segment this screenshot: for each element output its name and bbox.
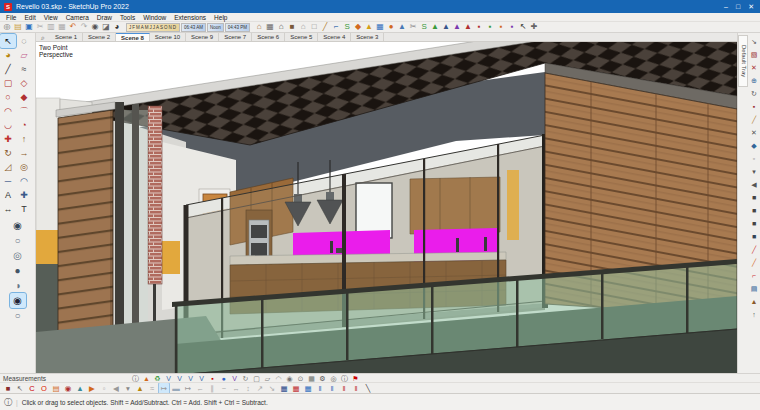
- lens-icon[interactable]: ◉: [285, 374, 294, 383]
- dot-red-icon[interactable]: ▪: [208, 374, 217, 383]
- pie-tool-icon[interactable]: ◔: [16, 118, 32, 132]
- help-icon[interactable]: ⓘ: [340, 374, 349, 383]
- redo-icon[interactable]: ↷: [79, 22, 89, 32]
- protractor-tool-icon[interactable]: ◠: [16, 174, 32, 188]
- box-outline-icon[interactable]: □: [309, 22, 319, 32]
- circle-tool-icon[interactable]: ○: [0, 90, 16, 104]
- drop-orange-icon[interactable]: ●: [386, 22, 396, 32]
- pencil-slash-icon[interactable]: ╱: [748, 113, 760, 126]
- shadow-time-start[interactable]: 06:43 AM: [181, 23, 206, 32]
- menu-item-file[interactable]: File: [2, 13, 20, 22]
- menu-item-help[interactable]: Help: [210, 13, 231, 22]
- tab-scene-7[interactable]: Scene 7: [219, 33, 252, 41]
- angle-red-icon[interactable]: ⌐: [748, 269, 760, 282]
- dot-circle-icon[interactable]: ⊙: [296, 374, 305, 383]
- dimension-tool-icon[interactable]: ↔: [0, 202, 16, 216]
- maximize-button[interactable]: □: [736, 0, 740, 13]
- freehand-tool-icon[interactable]: ≈: [16, 62, 32, 76]
- polygon-tool-icon[interactable]: ◆: [16, 90, 32, 104]
- frame-icon[interactable]: ▢: [252, 374, 261, 383]
- stop-gray-icon[interactable]: ▫: [99, 383, 109, 394]
- scissors-icon[interactable]: ✂: [408, 22, 418, 32]
- previous-view-icon[interactable]: ◑: [10, 278, 26, 293]
- figure-purple-icon[interactable]: ▲: [452, 22, 462, 32]
- pan-view-icon[interactable]: ○: [10, 233, 26, 248]
- bar-icon[interactable]: ▬: [171, 383, 181, 394]
- tab-scene-10[interactable]: Scene 10: [150, 33, 186, 41]
- figure-green-icon[interactable]: ▲: [430, 22, 440, 32]
- menu-item-extensions[interactable]: Extensions: [170, 13, 210, 22]
- tray-blue-icon[interactable]: ▤: [748, 282, 760, 295]
- text-tool-icon[interactable]: A: [0, 188, 16, 202]
- mountain-icon[interactable]: ▲: [397, 22, 407, 32]
- arrow-left-icon[interactable]: ←: [195, 383, 205, 394]
- minus-icon[interactable]: −: [219, 383, 229, 394]
- cut-icon[interactable]: ✂: [35, 22, 45, 32]
- shadow-time-noon[interactable]: Noon: [207, 23, 224, 32]
- figure-orange-icon[interactable]: ▲: [142, 374, 151, 383]
- tree-icon[interactable]: ▾: [123, 383, 133, 394]
- sq-dark1-icon[interactable]: ■: [748, 191, 760, 204]
- status-info-icon[interactable]: ⓘ: [4, 397, 12, 408]
- sphere-blue-icon[interactable]: ●: [219, 374, 228, 383]
- lasso-tool-icon[interactable]: ◌: [16, 34, 32, 48]
- map-left-icon[interactable]: ↦: [159, 383, 169, 394]
- tab-scene-1[interactable]: Scene 1: [50, 33, 83, 41]
- arrow-up-icon[interactable]: ↑: [748, 308, 760, 321]
- paint-tool-icon[interactable]: ◕: [0, 48, 16, 62]
- bars-red-1-icon[interactable]: ‖: [339, 383, 349, 394]
- map-right-icon[interactable]: ↦: [183, 383, 193, 394]
- tab-scene-5[interactable]: Scene 5: [285, 33, 318, 41]
- iso-view-icon[interactable]: ◉: [10, 293, 26, 308]
- zoom-view-icon[interactable]: ◎: [10, 248, 26, 263]
- play-orange-icon[interactable]: ▶: [87, 383, 97, 394]
- move-cross-icon[interactable]: ✚: [529, 22, 539, 32]
- stamp-icon[interactable]: ⌂: [254, 22, 264, 32]
- rotate-tool-icon[interactable]: ↻: [0, 146, 16, 160]
- cursor-icon[interactable]: ↖: [15, 383, 25, 394]
- grid-icon[interactable]: ▦: [307, 374, 316, 383]
- dot-red-icon[interactable]: ▪: [748, 100, 760, 113]
- menu-item-draw[interactable]: Draw: [93, 13, 116, 22]
- house-outline-icon[interactable]: ⌂: [298, 22, 308, 32]
- model-canvas[interactable]: [36, 42, 737, 373]
- flag-red-icon[interactable]: ⚑: [351, 374, 360, 383]
- offset-tool-icon[interactable]: ◎: [16, 160, 32, 174]
- compass-icon[interactable]: ◎: [2, 22, 12, 32]
- case-icon[interactable]: ■: [287, 22, 297, 32]
- scene-tabs-zoom-icon[interactable]: ⌕: [36, 33, 50, 41]
- tape-measure-tool-icon[interactable]: ─: [0, 174, 16, 188]
- slash-orange-icon[interactable]: ╱: [748, 256, 760, 269]
- folder-orange-icon[interactable]: ▤: [51, 383, 61, 394]
- menu-item-view[interactable]: View: [40, 13, 62, 22]
- marker-orange-icon[interactable]: ▪: [496, 22, 506, 32]
- tab-scene-2[interactable]: Scene 2: [83, 33, 116, 41]
- chart-blue-icon[interactable]: ▦: [303, 383, 313, 394]
- pencil-icon[interactable]: ╱: [320, 22, 330, 32]
- tab-scene-6[interactable]: Scene 6: [252, 33, 285, 41]
- layout-icon[interactable]: ⌐: [331, 22, 341, 32]
- paint-bucket-icon[interactable]: ◕: [112, 22, 122, 32]
- eraser-icon[interactable]: ◪: [101, 22, 111, 32]
- menu-item-camera[interactable]: Camera: [62, 13, 93, 22]
- x-gray-icon[interactable]: ✕: [748, 126, 760, 139]
- minimize-button[interactable]: –: [724, 0, 728, 13]
- panel-blue-icon[interactable]: ▦: [375, 22, 385, 32]
- swirl-green-icon[interactable]: S: [419, 22, 429, 32]
- person-icon[interactable]: ▲: [135, 383, 145, 394]
- select-tool-icon[interactable]: ↖: [0, 34, 16, 48]
- swatch-icon[interactable]: ■: [3, 383, 13, 394]
- line-tool-icon[interactable]: ╱: [0, 62, 16, 76]
- menu-item-tools[interactable]: Tools: [116, 13, 139, 22]
- default-tray-tab[interactable]: Default Tray: [738, 35, 748, 87]
- chart-navy-icon[interactable]: ▦: [279, 383, 289, 394]
- diamond-blue-icon[interactable]: ◆: [748, 139, 760, 152]
- back-gray-icon[interactable]: ◀: [111, 383, 121, 394]
- home-icon[interactable]: ⌂: [276, 22, 286, 32]
- close-button[interactable]: ✕: [748, 0, 754, 13]
- pen-slash-icon[interactable]: ╲: [363, 383, 373, 394]
- dot-light-icon[interactable]: ▫: [748, 152, 760, 165]
- figure-red-icon[interactable]: ▲: [463, 22, 473, 32]
- rectangle-tool-icon[interactable]: ▢: [0, 76, 16, 90]
- slash-red-icon[interactable]: ╱: [748, 243, 760, 256]
